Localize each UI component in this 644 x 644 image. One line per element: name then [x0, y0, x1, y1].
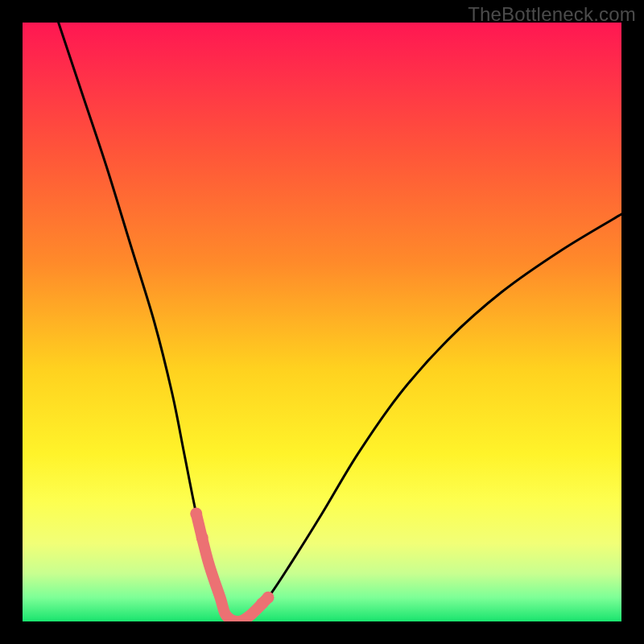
- bead: [190, 508, 202, 520]
- watermark-text: TheBottleneck.com: [468, 3, 636, 26]
- bottleneck-chart: [23, 23, 621, 621]
- bottleneck-curve-path: [59, 23, 621, 621]
- chart-svg: [23, 23, 621, 621]
- bead: [262, 592, 275, 604]
- bead: [196, 531, 208, 543]
